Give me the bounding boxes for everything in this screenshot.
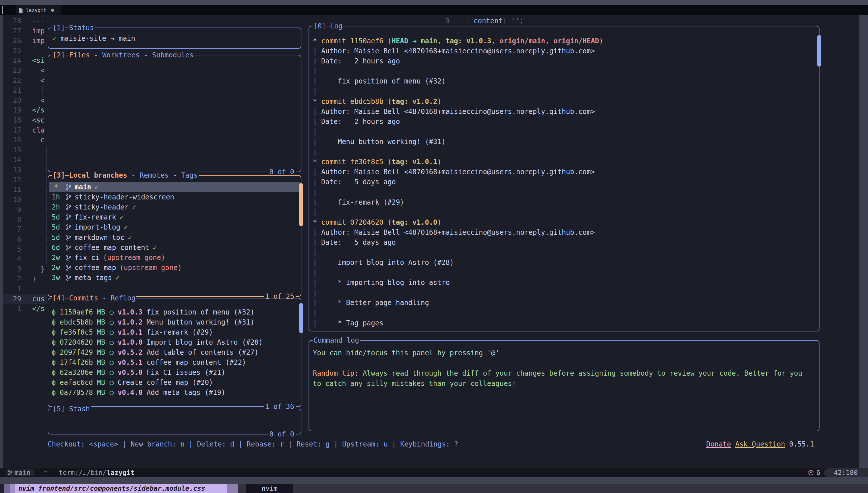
commit-node-icon: ϕ [52, 308, 57, 316]
left-edge-strip [0, 15, 3, 468]
branches-scrollbar[interactable] [299, 183, 303, 226]
line-number: 26 [3, 36, 21, 46]
commit-author-initials: MB [97, 368, 105, 377]
line-number: 18 [3, 115, 21, 125]
commit-author-initials: MB [97, 318, 105, 326]
commit-status-icon: ○ [110, 359, 114, 366]
commit-row[interactable]: ϕ 17f4f26b MB ○ v0.5.1 coffee map conten… [49, 357, 300, 367]
statusline-branch-name: main [15, 469, 30, 476]
log-line: | Import blog into Astro (#28) [313, 258, 604, 268]
line-code: <si [32, 56, 44, 66]
branches-panel[interactable]: [3]─Local branches - Remotes - Tags * ma… [48, 175, 301, 297]
line-number: 8 [3, 215, 21, 225]
line-code: </s [32, 304, 44, 314]
commit-author-initials: MB [97, 379, 105, 387]
git-branch-icon [66, 234, 71, 241]
commit-node-icon: ϕ [52, 368, 57, 377]
commit-message: fix-remark (#29) [147, 328, 213, 336]
commit-row[interactable]: ϕ 0a770578 MB ○ v0.4.0 Add meta tags (#1… [49, 388, 300, 398]
branch-age: 5d [52, 234, 61, 242]
git-branch-icon [66, 255, 71, 261]
lazygit-footer[interactable]: Donate Ask Question 0.55.1 [706, 440, 814, 449]
branch-row[interactable]: 2h sticky-header ✓ [49, 202, 300, 212]
line-number: 3 [3, 264, 21, 274]
branch-row[interactable]: * main ✓ [49, 182, 300, 192]
branches-panel-title[interactable]: [3]─Local branches - Remotes - Tags [52, 171, 199, 180]
branch-row[interactable]: 2w fix-ci (upstream gone) [49, 253, 300, 262]
window-separator [468, 16, 468, 26]
tab-lazygit[interactable]: lazygit [16, 5, 61, 15]
log-line: | Date: 5 days ago [313, 238, 604, 248]
log-scrollbar[interactable] [817, 35, 821, 67]
line-number: 19 [3, 105, 21, 115]
branch-check-icon: ✓ [124, 223, 128, 231]
commit-row[interactable]: ϕ 2097f429 MB ○ v0.5.2 Add table of cont… [49, 347, 300, 357]
commit-hash: eafac6cd [60, 379, 93, 387]
branch-age: 2w [52, 254, 61, 262]
files-panel[interactable]: [2]─Files - Worktrees - Submodules 0 of … [48, 55, 301, 172]
line-number: 5 [3, 244, 21, 255]
stash-panel-title[interactable]: [5]─Stash [52, 405, 91, 413]
line-code: │ [32, 195, 49, 205]
command-log-line: Random tip: Always read through the diff… [313, 368, 802, 379]
log-line: | [313, 308, 604, 318]
statusline-path-name: lazygit [106, 469, 134, 476]
tmux-window-nvim[interactable]: nvim [246, 484, 293, 493]
branch-row[interactable]: 5d import-blog ✓ [49, 222, 300, 232]
command-log-line [313, 359, 802, 369]
log-panel[interactable]: [0]─Log * commit 1150aef6 (HEAD → main, … [309, 26, 820, 331]
commit-row[interactable]: ϕ ebdc5b8b MB ○ v1.0.2 Menu button worki… [49, 317, 300, 327]
commit-row[interactable]: ϕ eafac6cd MB ○ Create coffee map (#20) [49, 378, 300, 388]
commits-scrollbar[interactable] [299, 303, 303, 333]
branch-name: sticky-header [75, 203, 129, 211]
line-code: │ [32, 175, 49, 185]
files-panel-title[interactable]: [2]─Files - Worktrees - Submodules [52, 51, 194, 59]
commit-row[interactable]: ϕ 1150aef6 MB ○ v1.0.3 fix position of m… [49, 307, 300, 317]
branch-row[interactable]: 5d markdown-toc ✓ [49, 232, 300, 242]
commit-message: Import blog into Astro (#28) [147, 338, 263, 346]
nvim-statusline: main ≡ term:/…/bin/lazygit 6 42:180 [0, 468, 868, 477]
editor-line: 29 cus [3, 294, 47, 304]
command-log-title[interactable]: Command log [313, 336, 360, 345]
branch-name: main [75, 183, 91, 191]
line-number: 20 [3, 95, 21, 106]
branch-name: fix-remark [75, 213, 116, 221]
log-line: * commit ebdc5b8b (tag: v1.0.2) [313, 97, 604, 107]
terminal-tab-bar: lazygit [0, 5, 868, 15]
statusline-path: term:/…/bin/lazygit [59, 468, 134, 477]
commits-panel-title[interactable]: [4]─Commits - Reflog [52, 294, 136, 302]
file-icon [19, 7, 23, 13]
window-top-strip [0, 0, 868, 5]
git-branch-icon [66, 194, 71, 200]
log-line: | Menu button working! (#31) [313, 137, 604, 147]
log-line: | Author: Maisie Bell <4870168+maisiecci… [313, 107, 604, 117]
status-panel-title[interactable]: [1]─Status [52, 23, 95, 32]
log-panel-title[interactable]: [0]─Log [313, 22, 343, 30]
branch-row[interactable]: 2w coffee-map (upstream gone) [49, 263, 300, 273]
commit-message: Add meta tags (#19) [147, 389, 226, 396]
commit-message: Fix CI issues (#21) [147, 368, 226, 377]
log-line: | Date: 2 hours ago [313, 117, 604, 127]
log-line: | fix-remark (#29) [313, 197, 604, 208]
tmux-accent-1 [0, 484, 4, 493]
commits-panel[interactable]: [4]─Commits - Reflog ϕ 1150aef6 MB ○ v1.… [48, 298, 301, 407]
status-panel[interactable]: [1]─Status ✓ maisie-site → main [48, 27, 301, 49]
commit-row[interactable]: ϕ 62a3286e MB ○ v0.5.0 Fix CI issues (#2… [49, 368, 300, 378]
branch-row[interactable]: 3w meta-tags ✓ [49, 273, 300, 283]
branch-row[interactable]: 1h sticky-header-widescreen [49, 192, 300, 202]
commit-hash: ebdc5b8b [60, 318, 93, 326]
commit-row[interactable]: ϕ 07204620 MB ○ v1.0.0 Import blog into … [49, 337, 300, 347]
log-line: | * Better page handling [313, 298, 604, 308]
branch-row[interactable]: 6d coffee-map-content ✓ [49, 242, 300, 253]
tmux-session-title: nvim frontend/src/components/sidebar.mod… [15, 484, 227, 493]
commit-status-icon: ○ [110, 379, 114, 387]
stash-panel[interactable]: [5]─Stash 0 of 0 [48, 409, 301, 434]
command-log-panel[interactable]: Command log You can hide/focus this pane… [309, 340, 820, 431]
commit-hash: 07204620 [60, 338, 93, 346]
commit-hash: 0a770578 [60, 389, 93, 396]
branch-upstream-gone: (upstream gone) [103, 254, 165, 262]
git-branch-icon [66, 224, 71, 231]
branch-row[interactable]: 5d fix-remark ✓ [49, 212, 300, 222]
commit-row[interactable]: ϕ fe36f8c5 MB ○ v1.0.1 fix-remark (#29) [49, 327, 300, 337]
branch-age: 2h [52, 203, 61, 211]
